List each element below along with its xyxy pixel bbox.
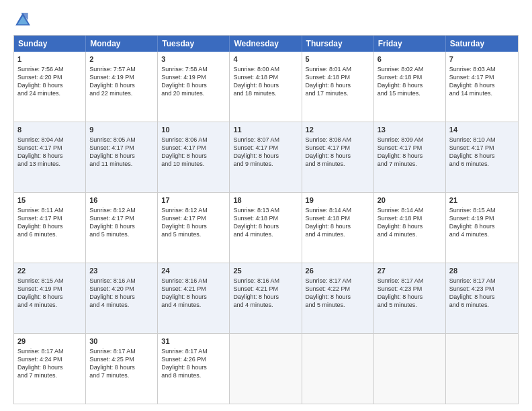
day-number: 25	[233, 266, 298, 276]
day-info: Sunset: 4:21 PM	[233, 285, 298, 293]
day-info: Sunrise: 8:05 AM	[89, 136, 154, 144]
day-info: Sunset: 4:17 PM	[17, 144, 82, 152]
day-info: Daylight: 8 hours	[17, 81, 82, 89]
day-info: Daylight: 8 hours	[378, 152, 442, 160]
day-number: 17	[161, 195, 226, 205]
calendar-cell: 18Sunrise: 8:13 AMSunset: 4:18 PMDayligh…	[230, 193, 302, 263]
calendar-cell: 7Sunrise: 8:03 AMSunset: 4:17 PMDaylight…	[446, 52, 518, 122]
calendar-cell: 9Sunrise: 8:05 AMSunset: 4:17 PMDaylight…	[86, 122, 158, 192]
day-info: Sunset: 4:17 PM	[161, 214, 226, 222]
day-info: Sunrise: 8:14 AM	[306, 206, 370, 214]
calendar-cell: 22Sunrise: 8:15 AMSunset: 4:19 PMDayligh…	[14, 263, 86, 333]
calendar-cell: 14Sunrise: 8:10 AMSunset: 4:17 PMDayligh…	[446, 122, 518, 192]
weekday-header: Wednesday	[230, 36, 302, 52]
day-info: Sunset: 4:18 PM	[378, 73, 442, 81]
calendar-cell: 26Sunrise: 8:17 AMSunset: 4:22 PMDayligh…	[302, 263, 374, 333]
day-info: and 24 minutes.	[17, 89, 82, 97]
day-info: and 18 minutes.	[233, 89, 298, 97]
day-info: Sunrise: 8:17 AM	[378, 277, 442, 285]
day-info: and 4 minutes.	[17, 301, 82, 309]
day-number: 27	[378, 266, 442, 276]
day-number: 6	[378, 54, 442, 64]
day-info: and 8 minutes.	[306, 160, 370, 168]
day-info: Sunset: 4:19 PM	[449, 214, 515, 222]
calendar-row: 8Sunrise: 8:04 AMSunset: 4:17 PMDaylight…	[14, 122, 518, 193]
day-info: Sunset: 4:17 PM	[306, 144, 370, 152]
day-info: Sunset: 4:19 PM	[17, 285, 82, 293]
calendar-cell: 8Sunrise: 8:04 AMSunset: 4:17 PMDaylight…	[14, 122, 86, 192]
day-info: Sunset: 4:17 PM	[449, 73, 515, 81]
day-info: Sunrise: 8:17 AM	[449, 277, 515, 285]
calendar-cell: 13Sunrise: 8:09 AMSunset: 4:17 PMDayligh…	[374, 122, 446, 192]
day-number: 26	[306, 266, 370, 276]
day-info: Sunset: 4:17 PM	[89, 144, 154, 152]
day-info: Sunset: 4:22 PM	[306, 285, 370, 293]
day-info: Sunset: 4:18 PM	[306, 73, 370, 81]
day-info: Daylight: 8 hours	[161, 293, 226, 301]
day-info: and 5 minutes.	[306, 301, 370, 309]
day-info: Sunset: 4:23 PM	[449, 285, 515, 293]
day-info: Daylight: 8 hours	[89, 293, 154, 301]
day-info: Daylight: 8 hours	[161, 363, 226, 371]
day-info: and 4 minutes.	[89, 301, 154, 309]
day-info: Daylight: 8 hours	[449, 152, 515, 160]
logo	[13, 11, 35, 30]
day-info: Sunrise: 8:16 AM	[233, 277, 298, 285]
day-number: 31	[161, 336, 226, 347]
calendar-cell: 24Sunrise: 8:16 AMSunset: 4:21 PMDayligh…	[158, 263, 230, 333]
day-info: Sunrise: 8:17 AM	[17, 347, 82, 355]
calendar-cell: 6Sunrise: 8:02 AMSunset: 4:18 PMDaylight…	[374, 52, 446, 122]
day-info: Sunrise: 7:56 AM	[17, 65, 82, 73]
day-info: Sunrise: 8:01 AM	[306, 65, 370, 73]
calendar-row: 29Sunrise: 8:17 AMSunset: 4:24 PMDayligh…	[14, 334, 518, 404]
day-info: Sunset: 4:19 PM	[89, 73, 154, 81]
day-info: Sunrise: 8:16 AM	[161, 277, 226, 285]
page: SundayMondayTuesdayWednesdayThursdayFrid…	[0, 0, 532, 411]
day-number: 16	[89, 195, 154, 205]
day-number: 28	[449, 266, 515, 276]
day-info: Daylight: 8 hours	[378, 222, 442, 230]
day-info: and 17 minutes.	[306, 89, 370, 97]
day-number: 12	[306, 125, 370, 135]
day-number: 30	[89, 336, 154, 347]
calendar-cell: 10Sunrise: 8:06 AMSunset: 4:17 PMDayligh…	[158, 122, 230, 192]
weekday-header: Friday	[374, 36, 446, 52]
weekday-header: Monday	[86, 36, 158, 52]
weekday-header: Tuesday	[158, 36, 230, 52]
day-info: and 4 minutes.	[378, 230, 442, 238]
day-number: 20	[378, 195, 442, 205]
day-info: Sunrise: 8:00 AM	[233, 65, 298, 73]
day-info: and 14 minutes.	[449, 89, 515, 97]
day-info: Sunrise: 7:57 AM	[89, 65, 154, 73]
day-info: Sunrise: 8:17 AM	[89, 347, 154, 355]
day-info: Daylight: 8 hours	[161, 152, 226, 160]
day-info: Daylight: 8 hours	[449, 81, 515, 89]
day-info: and 9 minutes.	[233, 160, 298, 168]
day-info: and 4 minutes.	[306, 230, 370, 238]
day-info: Daylight: 8 hours	[17, 293, 82, 301]
day-info: Sunset: 4:17 PM	[449, 144, 515, 152]
day-info: and 7 minutes.	[17, 371, 82, 379]
day-info: Daylight: 8 hours	[378, 81, 442, 89]
calendar-cell: 29Sunrise: 8:17 AMSunset: 4:24 PMDayligh…	[14, 334, 86, 404]
calendar-cell: 23Sunrise: 8:16 AMSunset: 4:20 PMDayligh…	[86, 263, 158, 333]
day-info: Sunset: 4:17 PM	[89, 214, 154, 222]
day-info: Sunrise: 8:12 AM	[89, 206, 154, 214]
calendar-cell: 15Sunrise: 8:11 AMSunset: 4:17 PMDayligh…	[14, 193, 86, 263]
calendar-row: 22Sunrise: 8:15 AMSunset: 4:19 PMDayligh…	[14, 263, 518, 334]
day-info: and 4 minutes.	[161, 301, 226, 309]
day-info: Sunrise: 7:58 AM	[161, 65, 226, 73]
day-info: Sunset: 4:24 PM	[17, 355, 82, 363]
day-info: Daylight: 8 hours	[89, 152, 154, 160]
day-info: Sunrise: 8:06 AM	[161, 136, 226, 144]
day-info: Daylight: 8 hours	[449, 293, 515, 301]
day-number: 5	[306, 54, 370, 64]
day-info: Daylight: 8 hours	[233, 81, 298, 89]
day-info: Sunset: 4:18 PM	[233, 214, 298, 222]
day-info: and 7 minutes.	[89, 371, 154, 379]
day-info: Sunrise: 8:08 AM	[306, 136, 370, 144]
calendar-cell: 11Sunrise: 8:07 AMSunset: 4:17 PMDayligh…	[230, 122, 302, 192]
calendar-cell: 4Sunrise: 8:00 AMSunset: 4:18 PMDaylight…	[230, 52, 302, 122]
day-info: Daylight: 8 hours	[306, 81, 370, 89]
day-number: 24	[161, 266, 226, 276]
